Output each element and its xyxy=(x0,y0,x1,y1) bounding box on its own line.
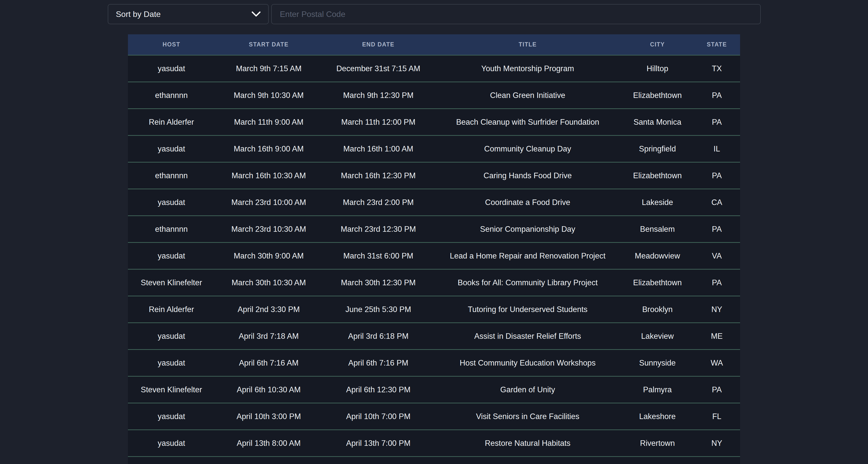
table-cell: NY xyxy=(694,438,740,448)
column-header-city: CITY xyxy=(621,41,693,48)
sort-by-dropdown[interactable]: Sort by Date xyxy=(108,4,269,24)
table-cell: Books for All: Community Library Project xyxy=(434,278,621,287)
column-header-start-date: START DATE xyxy=(215,41,322,48)
table-cell: March 16th 1:00 AM xyxy=(322,144,434,153)
table-row[interactable]: yasudatApril 10th 3:00 PMApril 10th 7:00… xyxy=(128,403,740,430)
table-cell: Lakeside xyxy=(621,198,693,207)
table-cell: yasudat xyxy=(128,358,215,368)
table-cell: March 11th 12:00 PM xyxy=(322,117,434,127)
table-cell: WA xyxy=(694,358,740,368)
table-cell: March 9th 7:15 AM xyxy=(215,64,322,73)
table-cell: April 10th 3:00 PM xyxy=(215,412,322,421)
table-row[interactable]: Rein AlderferMarch 11th 9:00 AMMarch 11t… xyxy=(128,109,740,136)
table-cell: Community Cleanup Day xyxy=(434,144,621,153)
table-cell: ethannnn xyxy=(128,91,215,100)
table-cell: Brooklyn xyxy=(621,305,693,314)
table-cell: PA xyxy=(694,117,740,127)
table-cell: PA xyxy=(694,171,740,180)
table-cell: Garden of Unity xyxy=(434,385,621,394)
table-cell: Santa Monica xyxy=(621,117,693,127)
table-cell: Beach Cleanup with Surfrider Foundation xyxy=(434,117,621,127)
table-cell: ethannnn xyxy=(128,225,215,234)
table-cell: March 23rd 12:30 PM xyxy=(322,225,434,234)
table-cell: April 13th 8:00 AM xyxy=(215,438,322,448)
table-row[interactable]: yasudatMarch 16th 9:00 AMMarch 16th 1:00… xyxy=(128,136,740,163)
table-cell: ME xyxy=(694,331,740,341)
filter-controls: Sort by Date xyxy=(108,4,761,24)
table-cell: PA xyxy=(694,385,740,394)
column-header-host: HOST xyxy=(128,41,215,48)
table-cell: yasudat xyxy=(128,144,215,153)
table-cell: Lakeview xyxy=(621,331,693,341)
table-cell: March 23rd 2:00 PM xyxy=(322,198,434,207)
table-cell: Senior Companionship Day xyxy=(434,225,621,234)
table-cell: April 3rd 7:18 AM xyxy=(215,331,322,341)
table-cell: ethannnn xyxy=(128,171,215,180)
table-row[interactable]: yasudatMarch 23rd 10:00 AMMarch 23rd 2:0… xyxy=(128,189,740,216)
table-cell: Host Community Education Workshops xyxy=(434,358,621,368)
table-cell: April 6th 7:16 PM xyxy=(322,358,434,368)
table-cell: yasudat xyxy=(128,412,215,421)
table-cell: March 16th 10:30 AM xyxy=(215,171,322,180)
table-cell: June 25th 5:30 PM xyxy=(322,305,434,314)
table-cell: yasudat xyxy=(128,251,215,261)
table-row[interactable]: yasudatApril 13th 8:00 AMApril 13th 7:00… xyxy=(128,430,740,457)
table-cell: March 9th 10:30 AM xyxy=(215,91,322,100)
table-cell: Hilltop xyxy=(621,64,693,73)
table-cell: Coordinate a Food Drive xyxy=(434,198,621,207)
table-cell: Elizabethtown xyxy=(621,171,693,180)
chevron-down-icon xyxy=(252,11,261,17)
table-row[interactable]: Steven KlinefelterMarch 30th 10:30 AMMar… xyxy=(128,270,740,296)
table-row[interactable]: yasudatMarch 30th 9:00 AMMarch 31st 6:00… xyxy=(128,243,740,270)
table-row[interactable]: ethannnnMarch 16th 10:30 AMMarch 16th 12… xyxy=(128,163,740,189)
table-cell: Rivertown xyxy=(621,438,693,448)
postal-code-input[interactable] xyxy=(271,4,761,24)
table-cell: April 2nd 3:30 PM xyxy=(215,305,322,314)
table-cell: December 31st 7:15 AM xyxy=(322,64,434,73)
table-row[interactable]: yasudatApril 3rd 7:18 AMApril 3rd 6:18 P… xyxy=(128,323,740,350)
table-cell: Steven Klinefelter xyxy=(128,278,215,287)
table-cell: PA xyxy=(694,225,740,234)
table-cell: March 30th 12:30 PM xyxy=(322,278,434,287)
table-cell: Elizabethtown xyxy=(621,278,693,287)
table-row[interactable]: Steven KlinefelterApril 6th 10:30 AMApri… xyxy=(128,377,740,403)
table-cell: March 11th 9:00 AM xyxy=(215,117,322,127)
table-body: yasudatMarch 9th 7:15 AMDecember 31st 7:… xyxy=(128,56,740,457)
table-cell: Springfield xyxy=(621,144,693,153)
table-cell: yasudat xyxy=(128,331,215,341)
table-cell: PA xyxy=(694,91,740,100)
table-cell: PA xyxy=(694,278,740,287)
table-cell: FL xyxy=(694,412,740,421)
table-row[interactable]: yasudatMarch 9th 7:15 AMDecember 31st 7:… xyxy=(128,56,740,82)
table-cell: March 30th 10:30 AM xyxy=(215,278,322,287)
table-cell: April 13th 7:00 PM xyxy=(322,438,434,448)
table-cell: Caring Hands Food Drive xyxy=(434,171,621,180)
table-cell: March 30th 9:00 AM xyxy=(215,251,322,261)
table-cell: April 3rd 6:18 PM xyxy=(322,331,434,341)
table-row-partial xyxy=(128,457,740,464)
table-cell: CA xyxy=(694,198,740,207)
table-row[interactable]: ethannnnMarch 9th 10:30 AMMarch 9th 12:3… xyxy=(128,82,740,109)
table-cell: April 6th 10:30 AM xyxy=(215,385,322,394)
table-cell: April 6th 12:30 PM xyxy=(322,385,434,394)
table-cell: Lakeshore xyxy=(621,412,693,421)
sort-by-dropdown-value: Sort by Date xyxy=(116,9,161,19)
table-cell: IL xyxy=(694,144,740,153)
table-cell: Meadowview xyxy=(621,251,693,261)
table-cell: April 6th 7:16 AM xyxy=(215,358,322,368)
table-cell: yasudat xyxy=(128,198,215,207)
table-cell: March 16th 12:30 PM xyxy=(322,171,434,180)
table-cell: yasudat xyxy=(128,438,215,448)
table-cell: Rein Alderfer xyxy=(128,117,215,127)
table-row[interactable]: Rein AlderferApril 2nd 3:30 PMJune 25th … xyxy=(128,296,740,323)
table-row[interactable]: ethannnnMarch 23rd 10:30 AMMarch 23rd 12… xyxy=(128,216,740,243)
table-cell: NY xyxy=(694,305,740,314)
table-row[interactable]: yasudatApril 6th 7:16 AMApril 6th 7:16 P… xyxy=(128,350,740,377)
column-header-state: STATE xyxy=(694,41,740,48)
table-cell: Palmyra xyxy=(621,385,693,394)
table-cell: Sunnyside xyxy=(621,358,693,368)
table-cell: March 23rd 10:00 AM xyxy=(215,198,322,207)
table-cell: Youth Mentorship Program xyxy=(434,64,621,73)
table-cell: Tutoring for Underserved Students xyxy=(434,305,621,314)
table-cell: March 23rd 10:30 AM xyxy=(215,225,322,234)
